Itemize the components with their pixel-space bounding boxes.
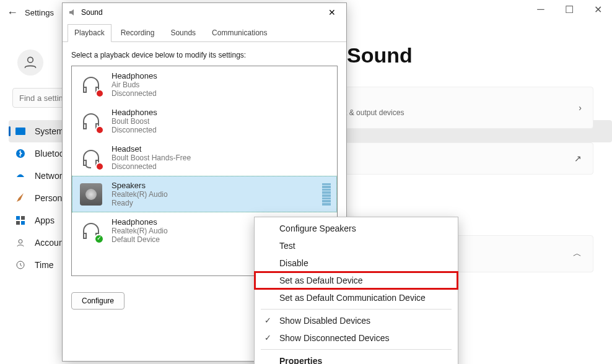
configure-button[interactable]: Configure: [71, 292, 125, 310]
separator: [261, 349, 452, 350]
svg-rect-5: [16, 221, 20, 225]
minimize-button[interactable]: ─: [527, 0, 555, 19]
device-sub: Boult Boost: [111, 117, 331, 126]
device-item[interactable]: Headphones Air Buds Disconnected: [72, 66, 337, 103]
chevron-up-icon: ︿: [573, 248, 582, 259]
bluetooth-icon: [15, 148, 26, 159]
nav-label: System: [35, 126, 64, 136]
dialog-titlebar: Sound ✕: [63, 3, 346, 22]
user-icon: [22, 54, 38, 71]
svg-rect-3: [16, 216, 20, 220]
check-badge: [94, 234, 104, 244]
time-icon: [15, 259, 26, 271]
speaker-icon: [78, 181, 104, 207]
svg-rect-4: [21, 216, 25, 220]
dialog-title: Sound: [81, 8, 323, 17]
dialog-tabs: Playback Recording Sounds Communications: [63, 22, 346, 42]
device-item[interactable]: Headphones Boult Boost Disconnected: [72, 103, 337, 139]
ctx-properties[interactable]: Properties: [255, 352, 458, 364]
device-item-selected[interactable]: Speakers Realtek(R) Audio Ready: [72, 176, 337, 212]
accounts-icon: [15, 237, 26, 248]
instruction-text: Select a playback device below to modify…: [71, 51, 338, 59]
close-button[interactable]: ✕: [584, 0, 612, 19]
apps-icon: [15, 215, 26, 226]
nav-label: Apps: [35, 215, 55, 225]
chevron-right-icon: ›: [579, 103, 582, 113]
device-sub: Air Buds: [111, 80, 331, 89]
device-name: Speakers: [111, 181, 315, 190]
tab-sounds[interactable]: Sounds: [164, 24, 203, 41]
level-meter: [322, 183, 331, 206]
headphones-default-icon: [78, 218, 104, 244]
sound-icon: [68, 7, 77, 17]
ctx-set-default-comm[interactable]: Set as Default Communication Device: [255, 289, 458, 306]
maximize-button[interactable]: ☐: [555, 0, 584, 19]
device-sub: Realtek(R) Audio: [111, 190, 315, 199]
network-icon: [15, 170, 26, 181]
svg-rect-1: [15, 128, 25, 135]
nav-label: Time: [35, 260, 54, 270]
svg-point-7: [19, 240, 22, 243]
tab-playback[interactable]: Playback: [68, 24, 111, 42]
down-arrow-badge: [95, 126, 104, 134]
ctx-show-disconnected[interactable]: Show Disconnected Devices: [255, 329, 458, 347]
context-menu: Configure Speakers Test Disable Set as D…: [254, 217, 458, 364]
back-button[interactable]: ←: [0, 6, 25, 19]
headphones-icon: [78, 108, 104, 134]
page-title: Sound: [347, 43, 413, 67]
headset-icon: [78, 145, 104, 171]
brush-icon: [15, 193, 26, 204]
ctx-show-disabled[interactable]: Show Disabled Devices: [255, 312, 458, 329]
device-name: Headphones: [111, 71, 331, 80]
external-icon: ↗: [574, 154, 582, 163]
system-icon: [15, 126, 26, 137]
device-status: Disconnected: [111, 89, 331, 98]
down-arrow-badge: [95, 162, 104, 171]
ctx-test[interactable]: Test: [255, 237, 458, 254]
device-name: Headset: [111, 144, 331, 154]
tab-communications[interactable]: Communications: [205, 24, 274, 41]
dialog-close-button[interactable]: ✕: [323, 7, 341, 17]
device-status: Disconnected: [111, 126, 331, 134]
headphones-icon: [78, 72, 104, 98]
tab-recording[interactable]: Recording: [114, 24, 162, 41]
device-item[interactable]: Headset Boult Boost Hands-Free Disconnec…: [72, 139, 337, 176]
ctx-disable[interactable]: Disable: [255, 254, 458, 272]
ctx-configure-speakers[interactable]: Configure Speakers: [255, 220, 458, 237]
separator: [261, 309, 452, 310]
device-status: Disconnected: [111, 162, 331, 171]
svg-rect-6: [21, 221, 25, 225]
device-sub: Boult Boost Hands-Free: [111, 154, 331, 162]
device-name: Headphones: [111, 108, 331, 117]
settings-title: Settings: [25, 8, 54, 17]
device-status: Ready: [111, 199, 315, 207]
svg-point-0: [28, 57, 33, 63]
avatar[interactable]: [17, 50, 43, 76]
down-arrow-badge: [95, 89, 104, 98]
window-controls: ─ ☐ ✕: [527, 0, 612, 19]
ctx-set-default-device[interactable]: Set as Default Device: [255, 272, 458, 289]
